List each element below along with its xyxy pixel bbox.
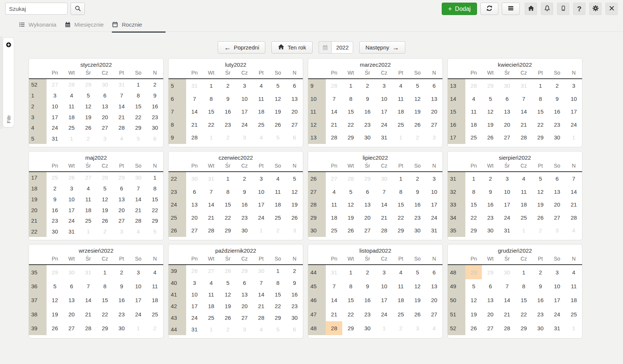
day-cell[interactable]: 19 — [80, 112, 96, 123]
day-cell[interactable]: 1 — [269, 265, 286, 277]
day-cell[interactable]: 20 — [499, 118, 515, 131]
day-cell[interactable]: 30 — [359, 321, 376, 335]
day-cell[interactable]: 28 — [220, 265, 236, 277]
day-cell[interactable]: 17 — [426, 198, 442, 211]
day-cell[interactable]: 3 — [566, 79, 582, 92]
day-cell[interactable]: 31 — [63, 226, 80, 237]
day-cell[interactable]: 2 — [113, 265, 130, 279]
day-cell[interactable]: 21 — [253, 300, 269, 312]
day-cell[interactable]: 12 — [342, 198, 359, 211]
day-cell[interactable]: 27 — [186, 224, 203, 237]
day-cell[interactable]: 24 — [499, 211, 515, 224]
day-cell[interactable]: 1 — [147, 172, 163, 183]
day-cell[interactable]: 15 — [342, 293, 359, 307]
day-cell[interactable]: 15 — [130, 101, 146, 112]
day-cell[interactable]: 8 — [130, 90, 146, 101]
day-cell[interactable]: 28 — [376, 224, 392, 237]
day-cell[interactable]: 27 — [426, 307, 442, 321]
day-cell[interactable]: 2 — [359, 79, 376, 92]
day-cell[interactable]: 13 — [482, 293, 498, 307]
day-cell[interactable]: 1 — [203, 79, 219, 92]
day-cell[interactable]: 10 — [186, 289, 203, 300]
day-cell[interactable]: 21 — [130, 205, 146, 216]
day-cell[interactable]: 23 — [236, 211, 253, 224]
day-cell[interactable]: 3 — [236, 79, 253, 92]
day-cell[interactable]: 26 — [47, 321, 63, 335]
day-cell[interactable]: 17 — [186, 300, 203, 312]
day-cell[interactable]: 10 — [47, 101, 63, 112]
day-cell[interactable]: 28 — [203, 224, 219, 237]
day-cell[interactable]: 31 — [113, 79, 130, 90]
day-cell[interactable]: 26 — [465, 321, 482, 335]
day-cell[interactable]: 2 — [532, 224, 549, 237]
day-cell[interactable]: 31 — [203, 172, 219, 185]
day-cell[interactable]: 30 — [532, 321, 549, 335]
day-cell[interactable]: 24 — [236, 118, 253, 131]
day-cell[interactable]: 14 — [186, 105, 203, 118]
day-cell[interactable]: 1 — [253, 224, 269, 237]
day-cell[interactable]: 24 — [549, 307, 565, 321]
day-cell[interactable]: 19 — [96, 205, 113, 216]
day-cell[interactable]: 4 — [393, 79, 409, 92]
day-cell[interactable]: 2 — [47, 183, 63, 194]
day-cell[interactable]: 28 — [253, 312, 269, 324]
day-cell[interactable]: 2 — [236, 172, 253, 185]
day-cell[interactable]: 26 — [532, 211, 549, 224]
day-cell[interactable]: 21 — [515, 118, 532, 131]
day-cell[interactable]: 5 — [342, 185, 359, 198]
day-cell[interactable]: 29 — [342, 131, 359, 144]
day-cell[interactable]: 3 — [549, 265, 565, 279]
day-cell[interactable]: 15 — [147, 194, 163, 205]
day-cell[interactable]: 25 — [47, 172, 63, 183]
search-button[interactable] — [71, 3, 85, 15]
day-cell[interactable]: 25 — [203, 312, 219, 324]
day-cell[interactable]: 22 — [203, 118, 219, 131]
day-cell[interactable]: 18 — [465, 118, 482, 131]
day-cell[interactable]: 20 — [426, 293, 442, 307]
day-cell[interactable]: 5 — [465, 279, 482, 293]
day-cell[interactable]: 2 — [409, 172, 426, 185]
day-cell[interactable]: 2 — [409, 131, 426, 144]
day-cell[interactable]: 13 — [426, 279, 442, 293]
day-cell-today[interactable]: 28 — [326, 321, 342, 335]
day-cell[interactable]: 9 — [113, 279, 130, 293]
day-cell[interactable]: 2 — [96, 226, 113, 237]
day-cell[interactable]: 11 — [393, 279, 409, 293]
day-cell[interactable]: 31 — [499, 224, 515, 237]
day-cell[interactable]: 2 — [393, 321, 409, 335]
day-cell[interactable]: 7 — [326, 92, 342, 105]
day-cell[interactable]: 6 — [96, 90, 113, 101]
day-cell[interactable]: 21 — [376, 211, 392, 224]
day-cell[interactable]: 2 — [80, 133, 96, 144]
day-cell[interactable]: 5 — [482, 92, 498, 105]
day-cell[interactable]: 16 — [113, 293, 130, 307]
day-cell[interactable]: 23 — [286, 300, 303, 312]
day-cell[interactable]: 1 — [130, 321, 146, 335]
day-cell[interactable]: 9 — [359, 92, 376, 105]
day-cell[interactable]: 29 — [393, 224, 409, 237]
day-cell[interactable]: 25 — [326, 224, 342, 237]
day-cell[interactable]: 17 — [376, 105, 392, 118]
notifications-button[interactable] — [541, 3, 553, 15]
day-cell[interactable]: 15 — [342, 105, 359, 118]
day-cell[interactable]: 14 — [326, 105, 342, 118]
day-cell[interactable]: 15 — [465, 198, 482, 211]
day-cell[interactable]: 15 — [269, 289, 286, 300]
day-cell[interactable]: 30 — [63, 265, 80, 279]
day-cell[interactable]: 11 — [326, 198, 342, 211]
day-cell[interactable]: 25 — [465, 131, 482, 144]
day-cell[interactable]: 14 — [566, 185, 582, 198]
day-cell[interactable]: 16 — [482, 198, 498, 211]
day-cell[interactable]: 1 — [80, 226, 96, 237]
day-cell[interactable]: 20 — [549, 198, 565, 211]
day-cell[interactable]: 4 — [269, 172, 286, 185]
day-cell[interactable]: 4 — [63, 90, 80, 101]
day-cell[interactable]: 7 — [376, 185, 392, 198]
day-cell[interactable]: 11 — [515, 185, 532, 198]
day-cell[interactable]: 9 — [236, 185, 253, 198]
day-cell[interactable]: 22 — [147, 205, 163, 216]
day-cell[interactable]: 11 — [465, 105, 482, 118]
day-cell[interactable]: 28 — [566, 211, 582, 224]
day-cell[interactable]: 25 — [253, 118, 269, 131]
day-cell[interactable]: 30 — [499, 79, 515, 92]
